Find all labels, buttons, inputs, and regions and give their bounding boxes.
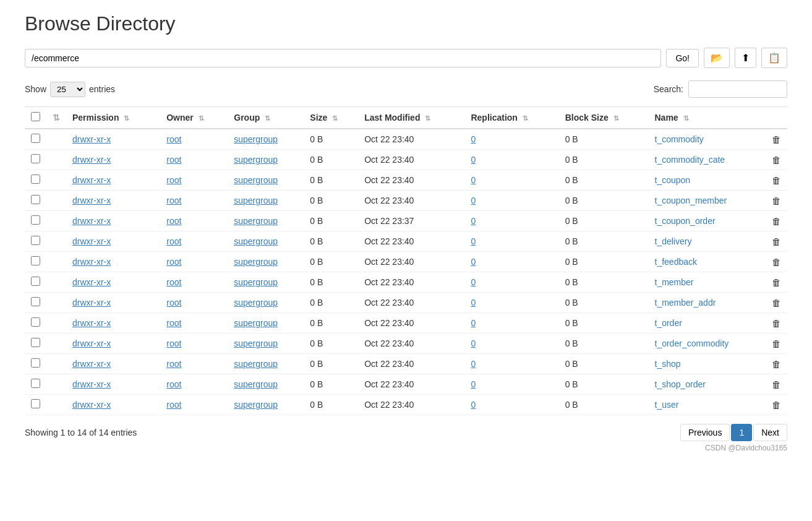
search-input[interactable] (688, 80, 787, 98)
permission-link[interactable]: drwxr-xr-x (72, 338, 111, 348)
permission-link[interactable]: drwxr-xr-x (72, 175, 111, 185)
name-link[interactable]: t_commodity_cate (655, 155, 725, 165)
owner-link[interactable]: root (166, 359, 181, 369)
replication-link[interactable]: 0 (471, 338, 476, 348)
owner-link[interactable]: root (166, 236, 181, 246)
delete-button[interactable]: 🗑 (772, 134, 781, 145)
group-link[interactable]: supergroup (234, 400, 278, 410)
delete-button[interactable]: 🗑 (772, 318, 781, 329)
select-all-checkbox[interactable] (31, 112, 40, 121)
folder-icon-btn[interactable]: 📂 (704, 48, 730, 68)
next-button[interactable]: Next (753, 424, 787, 441)
replication-link[interactable]: 0 (471, 236, 476, 246)
delete-button[interactable]: 🗑 (772, 257, 781, 267)
replication-link[interactable]: 0 (471, 155, 476, 165)
row-checkbox[interactable] (31, 195, 40, 204)
delete-button[interactable]: 🗑 (772, 379, 781, 390)
row-checkbox[interactable] (31, 174, 40, 184)
group-link[interactable]: supergroup (234, 155, 278, 165)
th-replication[interactable]: Replication ⇅ (464, 107, 558, 129)
row-checkbox[interactable] (31, 358, 40, 368)
row-checkbox[interactable] (31, 215, 40, 225)
replication-link[interactable]: 0 (471, 400, 476, 410)
owner-link[interactable]: root (166, 175, 181, 185)
th-size[interactable]: Size ⇅ (304, 107, 358, 129)
name-link[interactable]: t_feedback (655, 257, 698, 267)
delete-button[interactable]: 🗑 (772, 400, 781, 410)
owner-link[interactable]: root (166, 277, 181, 287)
owner-link[interactable]: root (166, 338, 181, 348)
permission-link[interactable]: drwxr-xr-x (72, 216, 111, 226)
name-link[interactable]: t_delivery (655, 236, 692, 246)
group-link[interactable]: supergroup (234, 338, 278, 348)
owner-link[interactable]: root (166, 134, 181, 144)
row-checkbox[interactable] (31, 297, 40, 306)
permission-link[interactable]: drwxr-xr-x (72, 236, 111, 246)
replication-link[interactable]: 0 (471, 216, 476, 226)
delete-button[interactable]: 🗑 (772, 359, 781, 369)
permission-link[interactable]: drwxr-xr-x (72, 359, 111, 369)
entries-select[interactable]: 10 25 50 100 (50, 82, 85, 97)
delete-button[interactable]: 🗑 (772, 338, 781, 349)
replication-link[interactable]: 0 (471, 298, 476, 308)
th-block-size[interactable]: Block Size ⇅ (559, 107, 649, 129)
name-link[interactable]: t_coupon_order (655, 216, 716, 226)
name-link[interactable]: t_shop_order (655, 379, 706, 389)
row-checkbox[interactable] (31, 399, 40, 408)
replication-link[interactable]: 0 (471, 257, 476, 267)
permission-link[interactable]: drwxr-xr-x (72, 277, 111, 287)
owner-link[interactable]: root (166, 379, 181, 389)
name-link[interactable]: t_user (655, 400, 679, 410)
name-link[interactable]: t_shop (655, 359, 681, 369)
group-link[interactable]: supergroup (234, 196, 278, 205)
owner-link[interactable]: root (166, 155, 181, 165)
page-1-button[interactable]: 1 (731, 424, 752, 441)
replication-link[interactable]: 0 (471, 277, 476, 287)
replication-link[interactable]: 0 (471, 175, 476, 185)
group-link[interactable]: supergroup (234, 134, 278, 144)
row-checkbox[interactable] (31, 154, 40, 163)
th-owner[interactable]: Owner ⇅ (160, 107, 228, 129)
owner-link[interactable]: root (166, 216, 181, 226)
th-group[interactable]: Group ⇅ (228, 107, 304, 129)
row-checkbox[interactable] (31, 338, 40, 347)
name-link[interactable]: t_coupon_member (655, 196, 727, 205)
delete-button[interactable]: 🗑 (772, 277, 781, 288)
permission-link[interactable]: drwxr-xr-x (72, 155, 111, 165)
delete-button[interactable]: 🗑 (772, 236, 781, 247)
group-link[interactable]: supergroup (234, 257, 278, 267)
sort-icon[interactable]: ⇅ (53, 113, 60, 123)
group-link[interactable]: supergroup (234, 175, 278, 185)
name-link[interactable]: t_order (655, 318, 682, 328)
permission-link[interactable]: drwxr-xr-x (72, 298, 111, 308)
replication-link[interactable]: 0 (471, 134, 476, 144)
permission-link[interactable]: drwxr-xr-x (72, 196, 111, 205)
group-link[interactable]: supergroup (234, 216, 278, 226)
permission-link[interactable]: drwxr-xr-x (72, 257, 111, 267)
path-input[interactable] (25, 49, 661, 67)
th-last-modified[interactable]: Last Modified ⇅ (358, 107, 464, 129)
owner-link[interactable]: root (166, 196, 181, 205)
replication-link[interactable]: 0 (471, 196, 476, 205)
delete-button[interactable]: 🗑 (772, 175, 781, 186)
row-checkbox[interactable] (31, 317, 40, 327)
name-link[interactable]: t_member (655, 277, 694, 287)
owner-link[interactable]: root (166, 257, 181, 267)
row-checkbox[interactable] (31, 277, 40, 286)
permission-link[interactable]: drwxr-xr-x (72, 400, 111, 410)
row-checkbox[interactable] (31, 236, 40, 245)
th-name[interactable]: Name ⇅ (649, 107, 766, 129)
th-permission[interactable]: Permission ⇅ (66, 107, 160, 129)
go-button[interactable]: Go! (666, 49, 699, 67)
name-link[interactable]: t_commodity (655, 134, 704, 144)
replication-link[interactable]: 0 (471, 359, 476, 369)
previous-button[interactable]: Previous (680, 424, 730, 441)
owner-link[interactable]: root (166, 318, 181, 328)
delete-button[interactable]: 🗑 (772, 298, 781, 308)
name-link[interactable]: t_coupon (655, 175, 691, 185)
group-link[interactable]: supergroup (234, 277, 278, 287)
delete-button[interactable]: 🗑 (772, 216, 781, 226)
delete-button[interactable]: 🗑 (772, 196, 781, 206)
replication-link[interactable]: 0 (471, 318, 476, 328)
replication-link[interactable]: 0 (471, 379, 476, 389)
